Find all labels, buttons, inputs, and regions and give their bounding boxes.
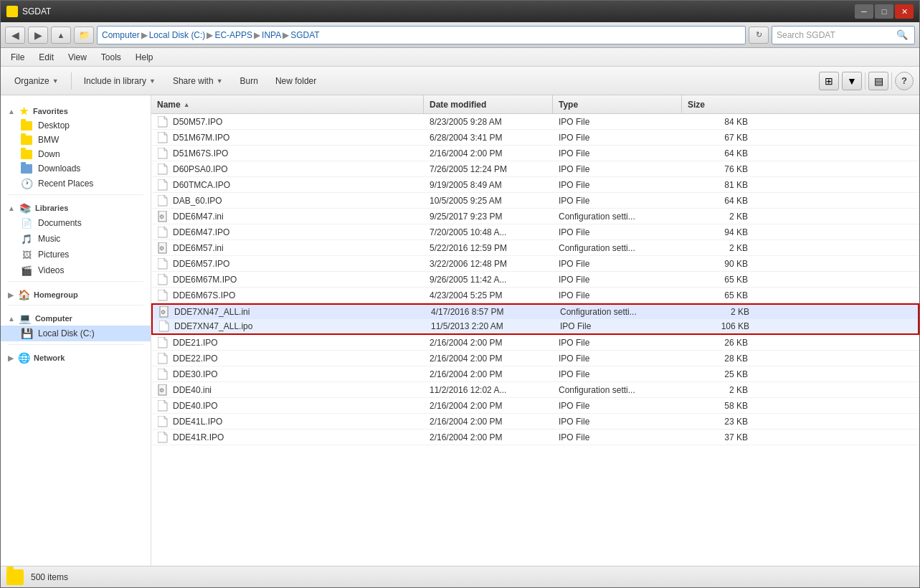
close-button[interactable]: ✕ <box>895 4 914 19</box>
menu-view[interactable]: View <box>61 51 94 64</box>
minimize-button[interactable]: ─ <box>855 4 873 19</box>
file-list[interactable]: D50M57.IPO 8/23/2005 9:28 AM IPO File 84… <box>151 114 919 566</box>
table-row[interactable]: DDE6M47.IPO 7/20/2005 10:48 A... IPO Fil… <box>151 224 919 240</box>
table-row[interactable]: DDE30.IPO 2/16/2004 2:00 PM IPO File 25 … <box>151 366 919 382</box>
table-row[interactable]: ⚙ DDE6M47.ini 9/25/2017 9:23 PM Configur… <box>151 209 919 224</box>
breadcrumb-inpa[interactable]: INPA <box>262 30 281 40</box>
breadcrumb-ecapps[interactable]: EC-APPS <box>214 30 252 40</box>
column-size[interactable]: Size <box>682 95 754 113</box>
table-row[interactable]: D60PSA0.IPO 7/26/2005 12:24 PM IPO File … <box>151 161 919 177</box>
table-row[interactable]: ⚙ DDE40.ini 11/2/2016 12:02 A... Configu… <box>151 382 919 398</box>
sidebar-network-section: ▶ 🌐 Network <box>1 348 151 365</box>
organize-button[interactable]: Organize ▼ <box>6 70 67 92</box>
table-row[interactable]: D51M67M.IPO 6/28/2004 3:41 PM IPO File 6… <box>151 130 919 146</box>
new-folder-button[interactable]: New folder <box>267 70 324 92</box>
homegroup-icon: 🏠 <box>18 289 29 300</box>
table-row[interactable]: DDE6M67M.IPO 9/26/2005 11:42 A... IPO Fi… <box>151 272 919 288</box>
table-row[interactable]: DDE21.IPO 2/16/2004 2:00 PM IPO File 26 … <box>151 335 919 351</box>
column-date-modified[interactable]: Date modified <box>424 95 553 113</box>
file-list-header: Name ▲ Date modified Type Size <box>151 95 919 114</box>
column-name[interactable]: Name ▲ <box>151 95 424 113</box>
refresh-button[interactable]: ↻ <box>749 27 769 44</box>
sidebar-item-documents[interactable]: 📄 Documents <box>1 215 151 231</box>
column-type[interactable]: Type <box>553 95 682 113</box>
menu-tools[interactable]: Tools <box>94 51 128 64</box>
localdisk-icon: 💾 <box>21 328 32 339</box>
search-icon[interactable]: 🔍 <box>894 27 910 43</box>
file-name: DDE6M67M.IPO <box>173 275 237 285</box>
folder-up-button[interactable]: 📁 <box>74 27 94 44</box>
menu-help[interactable]: Help <box>128 51 161 64</box>
forward-button[interactable]: ▶ <box>28 27 48 44</box>
sidebar-item-desktop[interactable]: Desktop <box>1 118 151 133</box>
sidebar-computer-header[interactable]: ▲ 💻 Computer <box>1 308 151 326</box>
sidebar-favorites-header[interactable]: ▲ ★ Favorites <box>1 101 151 118</box>
preview-pane-button[interactable]: ▤ <box>868 72 888 90</box>
file-type-cell: IPO File <box>553 117 682 127</box>
ipo-file-icon <box>157 148 169 159</box>
table-row[interactable]: DDE41R.IPO 2/16/2004 2:00 PM IPO File 37… <box>151 430 919 445</box>
sidebar-homegroup-header[interactable]: ▶ 🏠 Homegroup <box>1 285 151 302</box>
table-row[interactable]: D50M57.IPO 8/23/2005 9:28 AM IPO File 84… <box>151 114 919 130</box>
file-date-cell: 2/16/2004 2:00 PM <box>424 417 553 427</box>
file-list-container: Name ▲ Date modified Type Size D50M57.IP… <box>151 95 919 566</box>
table-row[interactable]: ⚙ DDE7XN47_ALL.ini 4/17/2016 8:57 PM Con… <box>151 303 919 319</box>
back-button[interactable]: ◀ <box>5 27 25 44</box>
favorites-star-icon: ★ <box>19 105 29 117</box>
table-row[interactable]: DDE40.IPO 2/16/2004 2:00 PM IPO File 58 … <box>151 398 919 414</box>
file-date-cell: 7/20/2005 10:48 A... <box>424 227 553 237</box>
breadcrumb-localdisk[interactable]: Local Disk (C:) <box>149 30 206 40</box>
ipo-file-icon <box>157 337 169 348</box>
table-row[interactable]: DAB_60.IPO 10/5/2005 9:25 AM IPO File 64… <box>151 193 919 209</box>
file-name-cell: DDE22.IPO <box>151 353 424 364</box>
sidebar-item-music[interactable]: 🎵 Music <box>1 231 151 247</box>
main-window: SGDAT ─ □ ✕ ◀ ▶ ▲ 📁 Computer ▶ Local Dis… <box>0 0 920 588</box>
include-in-library-button[interactable]: Include in library ▼ <box>76 70 163 92</box>
sidebar-item-local-disk[interactable]: 💾 Local Disk (C:) <box>1 326 151 341</box>
sidebar: ▲ ★ Favorites Desktop BMW Down <box>1 95 151 566</box>
svg-marker-17 <box>158 337 167 348</box>
sidebar-libraries-header[interactable]: ▲ 📚 Libraries <box>1 198 151 215</box>
up-button[interactable]: ▲ <box>51 27 71 44</box>
menu-edit[interactable]: Edit <box>32 51 61 64</box>
sidebar-item-down[interactable]: Down <box>1 147 151 161</box>
search-bar: Search SGDAT 🔍 <box>772 26 915 44</box>
breadcrumb[interactable]: Computer ▶ Local Disk (C:) ▶ EC-APPS ▶ I… <box>97 26 746 44</box>
file-size-cell: 2 KB <box>683 307 755 317</box>
file-name: D51M67S.IPO <box>173 148 228 158</box>
sidebar-item-recent-places[interactable]: 🕐 Recent Places <box>1 176 151 191</box>
file-date-cell: 8/23/2005 9:28 AM <box>424 117 553 127</box>
file-size-cell: 64 KB <box>682 148 754 158</box>
sidebar-item-videos[interactable]: 🎬 Videos <box>1 262 151 278</box>
share-with-button[interactable]: Share with ▼ <box>165 70 231 92</box>
table-row[interactable]: DDE41L.IPO 2/16/2004 2:00 PM IPO File 23… <box>151 414 919 430</box>
table-row[interactable]: DDE7XN47_ALL.ipo 11/5/2013 2:20 AM IPO F… <box>151 319 919 335</box>
file-size-cell: 2 KB <box>682 212 754 222</box>
sidebar-network-header[interactable]: ▶ 🌐 Network <box>1 348 151 365</box>
table-row[interactable]: D51M67S.IPO 2/16/2004 2:00 PM IPO File 6… <box>151 146 919 161</box>
sidebar-item-bmw[interactable]: BMW <box>1 133 151 147</box>
breadcrumb-computer[interactable]: Computer <box>102 30 140 40</box>
help-button[interactable]: ? <box>895 72 914 90</box>
file-date-cell: 2/16/2004 2:00 PM <box>424 354 553 364</box>
breadcrumb-sgdat[interactable]: SGDAT <box>290 30 319 40</box>
sidebar-item-pictures[interactable]: 🖼 Pictures <box>1 247 151 262</box>
view-dropdown-button[interactable]: ▼ <box>842 72 862 90</box>
svg-text:⚙: ⚙ <box>159 245 164 252</box>
file-date-cell: 4/17/2016 8:57 PM <box>425 307 554 317</box>
sidebar-item-downloads[interactable]: Downloads <box>1 161 151 176</box>
burn-button[interactable]: Burn <box>232 70 266 92</box>
table-row[interactable]: DDE6M67S.IPO 4/23/2004 5:25 PM IPO File … <box>151 288 919 303</box>
table-row[interactable]: ⚙ DDE6M57.ini 5/22/2016 12:59 PM Configu… <box>151 240 919 256</box>
table-row[interactable]: D60TMCA.IPO 9/19/2005 8:49 AM IPO File 8… <box>151 177 919 193</box>
menu-file[interactable]: File <box>4 51 32 64</box>
file-name-cell: DDE41R.IPO <box>151 432 424 443</box>
table-row[interactable]: DDE22.IPO 2/16/2004 2:00 PM IPO File 28 … <box>151 351 919 366</box>
view-toggle-button[interactable]: ⊞ <box>819 72 839 90</box>
table-row[interactable]: DDE6M57.IPO 3/22/2006 12:48 PM IPO File … <box>151 256 919 272</box>
file-name: D50M57.IPO <box>173 117 222 127</box>
svg-marker-23 <box>158 416 167 427</box>
libraries-chevron: ▲ <box>8 204 15 212</box>
maximize-button[interactable]: □ <box>875 4 893 19</box>
ipo-file-icon <box>157 416 169 427</box>
